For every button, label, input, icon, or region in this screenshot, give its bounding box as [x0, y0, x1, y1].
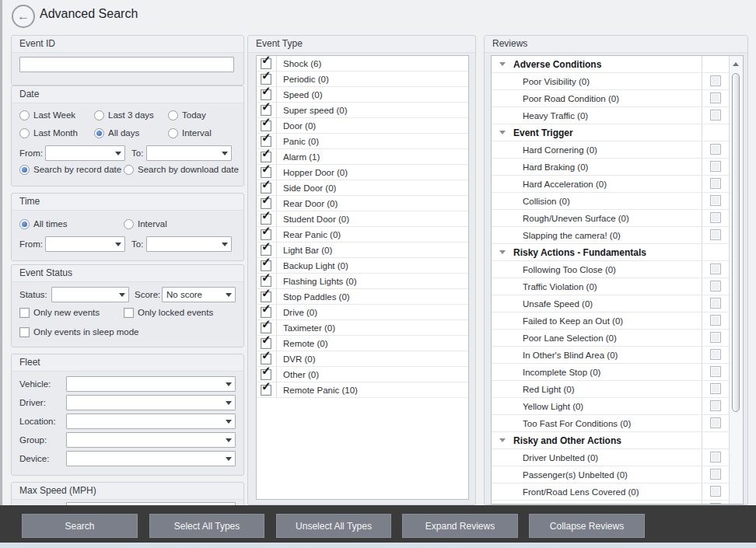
event-id-input[interactable] — [19, 57, 234, 72]
only-locked-events-checkbox[interactable] — [124, 308, 134, 318]
event-type-row[interactable]: ✓Taximeter (0) — [257, 320, 468, 336]
review-checkbox[interactable] — [710, 486, 721, 497]
review-checkbox[interactable] — [710, 315, 721, 326]
event-type-checkbox[interactable]: ✓ — [261, 354, 271, 365]
event-type-checkbox[interactable]: ✓ — [261, 152, 271, 162]
event-type-row[interactable]: ✓Hopper Door (0) — [257, 165, 468, 180]
score-dropdown[interactable]: No score — [162, 287, 236, 302]
review-group-row[interactable]: Event Trigger — [492, 124, 730, 141]
event-type-row[interactable]: ✓Backup Light (0) — [257, 258, 468, 274]
review-item-row[interactable]: Passenger(s) Unbelted (0) — [492, 466, 730, 483]
review-group-row[interactable]: Risky and Other Actions — [492, 432, 730, 449]
event-type-row[interactable]: ✓Periodic (0) — [257, 72, 468, 87]
event-type-row[interactable]: ✓Rear Panic (0) — [257, 227, 468, 243]
radio-last-week[interactable] — [19, 110, 30, 120]
review-checkbox[interactable] — [710, 161, 721, 172]
fleet-location-dropdown[interactable] — [66, 414, 236, 429]
radio-all-times[interactable] — [19, 219, 30, 229]
event-type-row[interactable]: ✓Remote (0) — [257, 336, 468, 351]
radio-all-days[interactable] — [94, 128, 104, 138]
review-item-row[interactable]: Front/Road Lens Covered (0) — [492, 483, 730, 501]
collapse-arrow-icon[interactable] — [499, 438, 506, 442]
review-checkbox[interactable] — [710, 144, 721, 155]
date-to-dropdown[interactable] — [146, 145, 232, 161]
review-item-row[interactable]: Failed to Keep an Out (0) — [492, 312, 730, 330]
radio-search-by-record-date[interactable] — [19, 165, 30, 175]
event-type-row[interactable]: ✓Door (0) — [257, 118, 468, 134]
status-dropdown[interactable] — [51, 287, 129, 302]
radio-time-interval[interactable] — [124, 219, 134, 229]
review-checkbox[interactable] — [710, 212, 721, 223]
time-from-dropdown[interactable] — [45, 236, 125, 252]
review-checkbox[interactable] — [710, 92, 721, 103]
event-type-row[interactable]: ✓Other (0) — [257, 367, 468, 382]
review-item-row[interactable]: Traffic Violation (0) — [492, 278, 730, 295]
review-item-row[interactable]: Slapping the camera! (0) — [492, 227, 730, 244]
back-button[interactable]: ← — [12, 5, 35, 28]
review-item-row[interactable]: Driver Unbelted (0) — [492, 449, 730, 466]
review-checkbox[interactable] — [710, 178, 721, 189]
scroll-up-arrow-icon[interactable] — [733, 62, 739, 66]
review-checkbox[interactable] — [710, 417, 721, 428]
review-checkbox[interactable] — [710, 400, 721, 411]
review-item-row[interactable]: Rough/Uneven Surface (0) — [492, 210, 730, 227]
review-group-row[interactable]: Risky Actions - Fundamentals — [492, 244, 730, 261]
event-type-checkbox[interactable]: ✓ — [261, 229, 271, 240]
event-type-row[interactable]: ✓Stop Paddles (0) — [257, 289, 468, 305]
collapse-arrow-icon[interactable] — [499, 250, 506, 254]
fleet-group-dropdown[interactable] — [66, 432, 236, 448]
select-all-types-button[interactable]: Select All Types — [149, 514, 264, 538]
radio-last-month[interactable] — [19, 128, 30, 138]
event-type-checkbox[interactable]: ✓ — [261, 369, 271, 380]
review-checkbox[interactable] — [710, 110, 721, 120]
time-to-dropdown[interactable] — [146, 236, 232, 252]
review-item-row[interactable]: Hard Braking (0) — [492, 159, 730, 176]
review-checkbox[interactable] — [710, 366, 721, 377]
event-type-row[interactable]: ✓Rear Door (0) — [257, 196, 468, 211]
event-type-row[interactable]: ✓Shock (6) — [257, 56, 468, 72]
event-type-checkbox[interactable]: ✓ — [261, 245, 271, 256]
search-button[interactable]: Search — [22, 514, 138, 538]
review-checkbox[interactable] — [710, 503, 721, 504]
event-type-checkbox[interactable]: ✓ — [261, 291, 271, 302]
date-from-dropdown[interactable] — [45, 145, 125, 161]
review-item-row[interactable]: Following Too Close (0) — [492, 261, 730, 278]
only-sleep-mode-checkbox[interactable] — [19, 327, 30, 337]
review-checkbox[interactable] — [710, 195, 721, 206]
review-checkbox[interactable] — [710, 281, 721, 291]
review-checkbox[interactable] — [710, 332, 721, 343]
review-item-row[interactable]: Back/Driver Lens Covered (0) — [492, 501, 730, 504]
event-type-row[interactable]: ✓Light Bar (0) — [257, 243, 468, 258]
radio-search-by-download-date[interactable] — [124, 165, 134, 175]
collapse-reviews-button[interactable]: Collapse Reviews — [529, 514, 645, 538]
event-type-row[interactable]: ✓DVR (0) — [257, 351, 468, 367]
radio-date-interval[interactable] — [168, 128, 178, 138]
review-checkbox[interactable] — [710, 469, 721, 480]
fleet-vehicle-dropdown[interactable] — [66, 376, 236, 392]
event-type-row[interactable]: ✓Side Door (0) — [257, 180, 468, 196]
review-item-row[interactable]: Collision (0) — [492, 193, 730, 210]
event-type-checkbox[interactable]: ✓ — [261, 105, 271, 116]
event-type-checkbox[interactable]: ✓ — [261, 167, 271, 178]
event-type-checkbox[interactable]: ✓ — [261, 58, 271, 69]
event-type-checkbox[interactable]: ✓ — [261, 276, 271, 287]
review-checkbox[interactable] — [710, 75, 721, 86]
review-checkbox[interactable] — [710, 349, 721, 360]
event-type-checkbox[interactable]: ✓ — [261, 260, 271, 271]
radio-last-3-days[interactable] — [94, 110, 104, 120]
event-type-checkbox[interactable]: ✓ — [261, 120, 271, 131]
scrollbar-thumb[interactable] — [732, 73, 740, 412]
event-type-checkbox[interactable]: ✓ — [261, 89, 271, 100]
event-type-checkbox[interactable]: ✓ — [261, 214, 271, 225]
review-checkbox[interactable] — [710, 264, 721, 274]
review-item-row[interactable]: Incomplete Stop (0) — [492, 364, 730, 381]
event-type-row[interactable]: ✓Student Door (0) — [257, 211, 468, 227]
event-type-row[interactable]: ✓Flashing Lights (0) — [257, 274, 468, 289]
event-type-checkbox[interactable]: ✓ — [261, 74, 271, 85]
only-new-events-checkbox[interactable] — [19, 308, 30, 318]
reviews-scrollbar[interactable] — [729, 56, 743, 504]
review-item-row[interactable]: Hard Acceleration (0) — [492, 176, 730, 193]
review-item-row[interactable]: Red Light (0) — [492, 381, 730, 398]
expand-reviews-button[interactable]: Expand Reviews — [402, 514, 518, 538]
review-item-row[interactable]: Hard Cornering (0) — [492, 141, 730, 159]
